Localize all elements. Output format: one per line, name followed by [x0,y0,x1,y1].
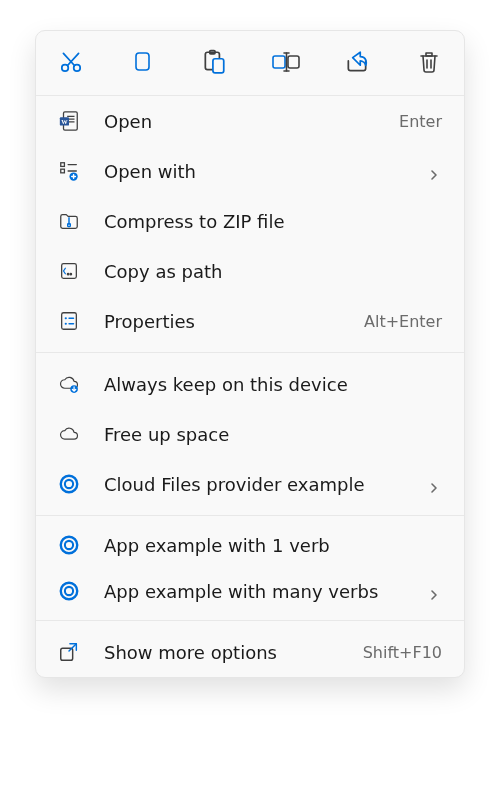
svg-point-38 [65,541,73,549]
menu-properties-label: Properties [104,311,364,332]
share-icon [344,49,370,79]
word-doc-icon: W [58,110,80,132]
separator [36,515,464,516]
cut-icon [58,49,84,79]
context-toolbar [36,31,464,96]
menu-compress-label: Compress to ZIP file [104,211,442,232]
svg-rect-9 [288,56,299,68]
svg-rect-29 [62,313,77,330]
menu-show-more-shortcut: Shift+F10 [363,643,442,662]
menu-cloud-provider[interactable]: Cloud Files provider example [36,459,464,509]
svg-text:W: W [61,118,68,125]
menu-copy-path-label: Copy as path [104,261,442,282]
provider-icon [58,473,80,495]
menu-open[interactable]: W Open Enter [36,96,464,146]
separator [36,352,464,353]
separator [36,620,464,621]
svg-point-28 [70,273,71,274]
svg-point-30 [65,317,67,319]
rename-icon [271,50,301,78]
svg-point-40 [65,587,73,595]
cloud-keep-icon [58,373,80,395]
menu-open-shortcut: Enter [399,112,442,131]
menu-app-one-verb-label: App example with 1 verb [104,535,442,556]
rename-button[interactable] [273,51,299,77]
svg-point-39 [61,583,78,600]
menu-show-more[interactable]: Show more options Shift+F10 [36,627,464,677]
menu-always-keep[interactable]: Always keep on this device [36,359,464,409]
svg-point-37 [61,537,78,554]
svg-point-27 [67,273,68,274]
svg-rect-25 [68,224,71,227]
provider-icon [58,580,80,602]
svg-point-35 [61,476,78,493]
cloud-icon [58,423,80,445]
menu-always-keep-label: Always keep on this device [104,374,442,395]
menu-compress[interactable]: Compress to ZIP file [36,196,464,246]
menu-copy-path[interactable]: Copy as path [36,246,464,296]
chevron-right-icon [428,477,442,491]
copy-path-icon [58,260,80,282]
menu-show-more-label: Show more options [104,642,363,663]
copy-icon [131,49,155,79]
show-more-icon [58,641,80,663]
menu-app-many-verbs-label: App example with many verbs [104,581,422,602]
svg-point-36 [65,480,73,488]
menu-open-with-label: Open with [104,161,422,182]
open-with-icon [58,160,80,182]
svg-rect-4 [136,53,149,70]
svg-rect-19 [61,163,65,167]
paste-icon [201,49,227,79]
delete-button[interactable] [416,51,442,77]
zip-icon [58,210,80,232]
share-button[interactable] [344,51,370,77]
menu-free-up-label: Free up space [104,424,442,445]
menu-app-one-verb[interactable]: App example with 1 verb [36,522,464,568]
paste-button[interactable] [201,51,227,77]
menu-cloud-provider-label: Cloud Files provider example [104,474,422,495]
chevron-right-icon [428,164,442,178]
context-menu: W Open Enter Open with [35,30,465,678]
svg-rect-7 [213,59,224,73]
chevron-right-icon [428,584,442,598]
svg-rect-8 [273,56,285,68]
menu-free-up[interactable]: Free up space [36,409,464,459]
cut-button[interactable] [58,51,84,77]
provider-icon [58,534,80,556]
menu-open-with[interactable]: Open with [36,146,464,196]
copy-button[interactable] [130,51,156,77]
properties-icon [58,310,80,332]
svg-rect-20 [61,169,65,173]
svg-point-31 [65,323,67,325]
menu-open-label: Open [104,111,399,132]
menu-properties-shortcut: Alt+Enter [364,312,442,331]
menu-properties[interactable]: Properties Alt+Enter [36,296,464,346]
menu-app-many-verbs[interactable]: App example with many verbs [36,568,464,614]
delete-icon [417,49,441,79]
